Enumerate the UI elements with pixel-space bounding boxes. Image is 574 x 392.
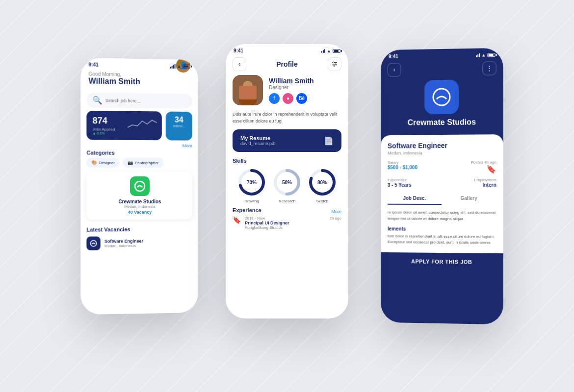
skill-label-drawing: Drawing xyxy=(237,199,266,203)
status-bar-middle: 9:41 ▲ xyxy=(226,44,348,55)
left-header: 👤 Good Morning, William Smith xyxy=(80,69,198,91)
apply-label: APPLY FOR THIS JOB xyxy=(411,259,472,265)
resume-label: My Resume xyxy=(240,135,276,141)
categories-title: Categories xyxy=(80,147,198,158)
category-photographer[interactable]: 📷 Photographer xyxy=(123,158,163,168)
battery-icon-middle xyxy=(333,49,340,53)
profile-avatar-img xyxy=(233,75,263,105)
skill-circle-drawing: 70% xyxy=(237,168,266,197)
skills-row: 70% Drawing 50% Research xyxy=(233,168,341,203)
bio-text: Duis aute irure dolor in reprehenderit i… xyxy=(226,111,348,129)
tab-row: Job Desc. Gallery xyxy=(388,193,496,205)
wifi-icon-middle: ▲ xyxy=(327,49,331,53)
filter-button[interactable] xyxy=(328,57,341,71)
mini-chart xyxy=(128,115,157,132)
crewmate-logo-tiny xyxy=(89,240,97,247)
skill-circle-research: 50% xyxy=(272,168,302,197)
experience-item: 🔖 2018 - Now Principal UI Designer Kongk… xyxy=(233,216,341,230)
company-logo-large xyxy=(424,80,459,115)
dribbble-icon[interactable]: ● xyxy=(283,93,293,104)
time-left: 9:41 xyxy=(88,62,98,67)
time-right: 9:41 xyxy=(389,54,398,59)
tab-gallery[interactable]: Gallery xyxy=(442,193,496,205)
dots-menu-button[interactable]: ⋮ xyxy=(482,61,496,75)
skill-svg-drawing: 70% xyxy=(237,168,266,197)
job-meta-grid: Salary $500 - $1,000 Posted 4h ago 🔖 Exp… xyxy=(388,160,496,188)
profile-title: Profile xyxy=(276,60,298,68)
jobs-applied-card: 874 Jobs Applied ▲ 0.6% xyxy=(86,111,161,140)
bookmark-right[interactable]: 🔖 xyxy=(444,165,496,174)
req-text: ture dolor in reprehenderit in alit esse… xyxy=(388,233,496,246)
stats-row: 874 Jobs Applied ▲ 0.6% 34 Intervi... xyxy=(86,111,192,141)
signal-icon-right xyxy=(476,53,480,57)
experience-item-right: Experience 3 - 5 Years xyxy=(388,178,440,188)
signal-icon-left xyxy=(170,64,176,69)
status-icons-left: ▲ xyxy=(170,64,190,69)
profile-name: William Smith xyxy=(269,77,314,85)
job-mini-logo xyxy=(86,237,100,250)
resume-file-icon: 📄 xyxy=(324,136,334,146)
wifi-icon-left: ▲ xyxy=(177,64,182,69)
job-info-left: Software Engineer Medan, Indonesia xyxy=(104,238,143,248)
svg-point-6 xyxy=(335,64,336,65)
profile-role: Designer xyxy=(269,85,314,90)
skill-svg-research: 50% xyxy=(272,168,302,197)
battery-icon-left xyxy=(183,64,190,68)
jobs-applied-num: 874 xyxy=(93,116,107,125)
category-photographer-label: Photographer xyxy=(135,160,158,165)
status-icons-middle: ▲ xyxy=(321,49,340,53)
tab-job-desc[interactable]: Job Desc. xyxy=(388,193,442,205)
experience-title: Experience xyxy=(233,207,261,213)
company-header-right: Crewmate Studios xyxy=(381,79,503,135)
more-link-middle[interactable]: More xyxy=(331,209,341,214)
category-designer-label: Designer xyxy=(99,160,115,165)
svg-point-7 xyxy=(334,65,335,66)
resume-filename: david_resume.pdf xyxy=(240,141,276,146)
battery-icon-right xyxy=(487,53,495,57)
salary-item: Salary $500 - $1,000 xyxy=(388,160,440,174)
skills-section: Skills 70% Drawing xyxy=(226,158,348,203)
job-title-left: Software Engineer xyxy=(104,238,143,244)
nav-header-right: ‹ ⋮ xyxy=(381,59,503,81)
company-vacancy-left: 40 Vacancy xyxy=(92,210,188,215)
exp-role: Principal UI Designer xyxy=(245,220,289,225)
back-button-middle[interactable]: ‹ xyxy=(233,57,246,71)
facebook-icon[interactable]: f xyxy=(269,93,280,104)
company-card-left[interactable]: Crewmate Studios Medan, Indonesia 40 Vac… xyxy=(86,172,192,220)
skill-drawing: 70% Drawing xyxy=(237,168,266,203)
behance-icon[interactable]: Bē xyxy=(296,93,307,104)
skill-label-sketch: Sketch xyxy=(308,199,337,203)
nav-header-middle: ‹ Profile xyxy=(226,55,348,75)
search-icon: 🔍 xyxy=(93,96,103,105)
latest-title: Latest Vacancies xyxy=(80,223,198,234)
category-designer[interactable]: 🎨 Designer xyxy=(86,158,120,168)
interviews-label: Intervi... xyxy=(171,124,188,128)
employment-label: Employment xyxy=(444,178,496,182)
resume-card[interactable]: My Resume david_resume.pdf 📄 xyxy=(233,129,341,152)
job-item-left[interactable]: Software Engineer Medan, Indonesia xyxy=(80,234,198,252)
svg-text:70%: 70% xyxy=(247,180,257,185)
categories-row: 🎨 Designer 📷 Photographer xyxy=(80,158,198,168)
company-name-right: Crewmate Studios xyxy=(408,118,476,127)
apply-button[interactable]: APPLY FOR THIS JOB xyxy=(381,252,503,271)
time-middle: 9:41 xyxy=(234,48,243,53)
employment-value: Intern xyxy=(444,182,496,188)
back-button-right[interactable]: ‹ xyxy=(388,63,401,76)
experience-value-right: 3 - 5 Years xyxy=(388,182,440,188)
avatar-person xyxy=(233,75,263,105)
job-title-right: Software Engineer xyxy=(388,141,496,149)
photographer-icon: 📷 xyxy=(128,160,133,165)
phones-showcase: 9:41 ▲ 👤 Good Morning, William Smith 🔍 xyxy=(42,20,532,372)
exp-period: 2018 - Now xyxy=(245,216,289,220)
experience-label-right: Experience xyxy=(388,178,440,182)
company-name-left: Crewmate Studios xyxy=(92,199,188,204)
svg-rect-11 xyxy=(239,86,257,99)
exp-company: Kongkalikong Studios xyxy=(245,225,289,230)
designer-icon: 🎨 xyxy=(92,160,97,165)
interviews-card: 34 Intervi... xyxy=(166,112,192,141)
svg-text:80%: 80% xyxy=(317,180,327,185)
search-bar[interactable]: 🔍 xyxy=(86,93,192,109)
job-desc-text: m ipsum dolor sit amet, consectetur scin… xyxy=(388,210,496,222)
social-icons: f ● Bē xyxy=(269,93,314,104)
search-input[interactable] xyxy=(105,98,186,104)
